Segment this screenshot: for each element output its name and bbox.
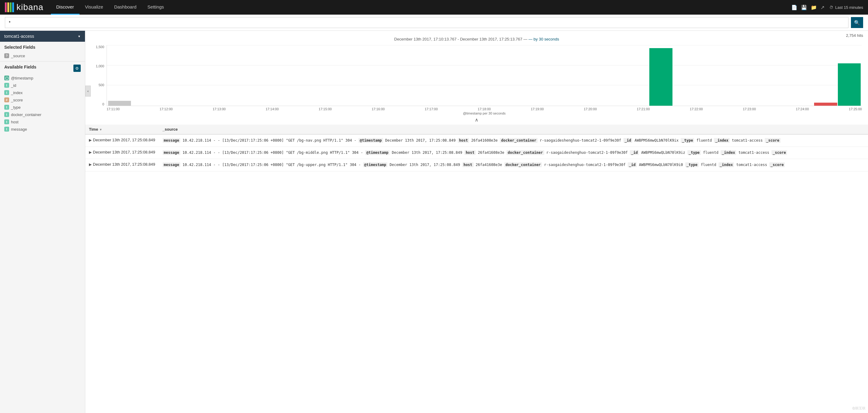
y-label-0: 0 bbox=[102, 102, 104, 106]
x-axis-label: @timestamp per 30 seconds bbox=[106, 112, 862, 115]
field-score[interactable]: # _score bbox=[4, 96, 81, 103]
chart-collapse-button[interactable]: ∧ bbox=[91, 115, 862, 125]
field-badge-t-index: t bbox=[4, 90, 9, 95]
field-index[interactable]: t _index bbox=[4, 89, 81, 96]
field-label: message bbox=[163, 162, 181, 167]
save-icon[interactable]: 💾 bbox=[801, 5, 807, 10]
col-source-label: _source bbox=[163, 127, 178, 132]
nav-dashboard[interactable]: Dashboard bbox=[109, 0, 142, 14]
logo-bar-2 bbox=[7, 2, 9, 12]
x-axis: 17:11:0017:12:0017:13:0017:14:0017:15:00… bbox=[91, 107, 862, 111]
x-axis-label-9: 17:20:00 bbox=[584, 107, 597, 111]
watermark: 创联互联 bbox=[852, 406, 866, 411]
time-range[interactable]: ⏱ Last 15 minutes bbox=[829, 5, 863, 10]
search-button[interactable]: 🔍 bbox=[851, 17, 863, 28]
col-time-header[interactable]: Time ▼ bbox=[85, 125, 159, 134]
field-label: _id bbox=[628, 162, 637, 167]
y-label-500: 500 bbox=[99, 83, 104, 87]
sidebar: tomcat1-access ▼ Selected Fields ? _sour… bbox=[0, 31, 85, 413]
chart-bar-30[interactable] bbox=[814, 103, 837, 106]
available-fields-header: Available Fields ⚙ bbox=[4, 65, 81, 72]
y-label-1500: 1,500 bbox=[96, 45, 104, 49]
x-axis-label-8: 17:19:00 bbox=[531, 107, 544, 111]
x-axis-label-7: 17:18:00 bbox=[478, 107, 491, 111]
index-name: tomcat1-access bbox=[4, 34, 34, 39]
table-row: ▶December 13th 2017, 17:25:08.849message… bbox=[85, 147, 868, 159]
kibana-logo: kibana bbox=[5, 2, 43, 12]
chart-bar-23[interactable] bbox=[649, 48, 672, 106]
col-time-label: Time bbox=[89, 127, 98, 132]
field-name-docker-container: docker_container bbox=[11, 113, 41, 117]
field-message[interactable]: t message bbox=[4, 126, 81, 133]
nav-settings[interactable]: Settings bbox=[142, 0, 169, 14]
dropdown-arrow-icon: ▼ bbox=[78, 35, 81, 38]
field-label: _index bbox=[721, 150, 736, 155]
row-expand-button-1[interactable]: ▶ bbox=[89, 150, 93, 154]
x-axis-label-4: 17:15:00 bbox=[318, 107, 332, 111]
open-icon[interactable]: ↗ bbox=[820, 5, 825, 10]
sidebar-index-header[interactable]: tomcat1-access ▼ bbox=[0, 31, 85, 42]
field-label: _id bbox=[630, 150, 639, 155]
sort-icon: ▼ bbox=[99, 128, 102, 131]
col-source-header: _source bbox=[159, 125, 868, 134]
row-time-value-0: December 13th 2017, 17:25:08.849 bbox=[93, 138, 155, 142]
field-label: _index bbox=[718, 162, 734, 167]
row-expand-button-0[interactable]: ▶ bbox=[89, 138, 93, 142]
load-icon[interactable]: 📄 bbox=[791, 5, 797, 10]
chart-by-link[interactable]: — by 30 seconds bbox=[528, 37, 559, 41]
field-label: _type bbox=[685, 162, 699, 167]
share-icon[interactable]: 📁 bbox=[811, 5, 817, 10]
selected-field-source[interactable]: ? _source bbox=[4, 52, 81, 59]
chart-by-separator: — bbox=[524, 37, 529, 41]
field-badge-t-type: t bbox=[4, 105, 9, 109]
collapse-sidebar-button[interactable]: ‹ bbox=[85, 86, 91, 97]
field-id[interactable]: t _id bbox=[4, 82, 81, 89]
field-label: message bbox=[163, 138, 181, 143]
row-time-value-1: December 13th 2017, 17:25:08.849 bbox=[93, 150, 155, 154]
chart-bar-31[interactable] bbox=[838, 63, 861, 106]
field-label: _index bbox=[714, 138, 730, 143]
row-expand-button-2[interactable]: ▶ bbox=[89, 162, 93, 167]
field-badge-t-message: t bbox=[4, 127, 9, 132]
main-layout: tomcat1-access ▼ Selected Fields ? _sour… bbox=[0, 31, 868, 413]
logo-bar-3 bbox=[10, 2, 11, 12]
x-axis-label-2: 17:13:00 bbox=[213, 107, 226, 111]
field-docker-container[interactable]: t docker_container bbox=[4, 111, 81, 118]
field-label: _score bbox=[771, 150, 787, 155]
x-axis-label-13: 17:24:00 bbox=[796, 107, 809, 111]
available-fields-title: Available Fields bbox=[4, 65, 36, 69]
search-input[interactable] bbox=[5, 17, 848, 28]
nav-discover[interactable]: Discover bbox=[51, 0, 80, 14]
table-source-cell-1: message 10.42.218.114 - - [13/Dec/2017:1… bbox=[159, 147, 868, 159]
table-row: ▶December 13th 2017, 17:25:08.849message… bbox=[85, 159, 868, 171]
field-name-score: _score bbox=[11, 98, 23, 102]
top-nav: kibana Discover Visualize Dashboard Sett… bbox=[0, 0, 868, 14]
x-axis-label-1: 17:12:00 bbox=[160, 107, 173, 111]
chart-bar-0[interactable] bbox=[108, 101, 131, 106]
field-type[interactable]: t _type bbox=[4, 103, 81, 111]
x-axis-label-5: 17:16:00 bbox=[372, 107, 385, 111]
field-host[interactable]: t host bbox=[4, 118, 81, 126]
chart-title: December 13th 2017, 17:10:13.767 - Decem… bbox=[91, 37, 862, 41]
table-time-cell-0: ▶December 13th 2017, 17:25:08.849 bbox=[85, 134, 159, 147]
field-label: message bbox=[163, 150, 181, 155]
field-label: host bbox=[464, 150, 476, 155]
nav-right: 📄 💾 📁 ↗ ⏱ Last 15 minutes bbox=[791, 5, 863, 10]
available-fields-section: Available Fields ⚙ ◯ @timestamp t _id t … bbox=[0, 62, 85, 135]
table-time-cell-2: ▶December 13th 2017, 17:25:08.849 bbox=[85, 159, 159, 171]
chart-date-range: December 13th 2017, 17:10:13.767 - Decem… bbox=[394, 37, 522, 41]
field-badge-clock: ◯ bbox=[4, 75, 9, 81]
gear-button[interactable]: ⚙ bbox=[73, 65, 81, 72]
field-name-timestamp: @timestamp bbox=[11, 76, 33, 81]
field-badge-t-docker: t bbox=[4, 112, 9, 117]
logo-bars bbox=[5, 2, 14, 12]
nav-visualize[interactable]: Visualize bbox=[80, 0, 109, 14]
field-badge-hash-score: # bbox=[4, 97, 9, 102]
table-source-cell-2: message 10.42.218.114 - - [13/Dec/2017:1… bbox=[159, 159, 868, 171]
field-label: _type bbox=[681, 138, 694, 143]
field-name-source: _source bbox=[11, 54, 25, 58]
field-label: docker_container bbox=[500, 138, 537, 143]
chart-wrapper: 1,500 1,000 500 0 bbox=[91, 45, 862, 106]
field-badge-question: ? bbox=[4, 53, 9, 58]
field-timestamp[interactable]: ◯ @timestamp bbox=[4, 74, 81, 82]
